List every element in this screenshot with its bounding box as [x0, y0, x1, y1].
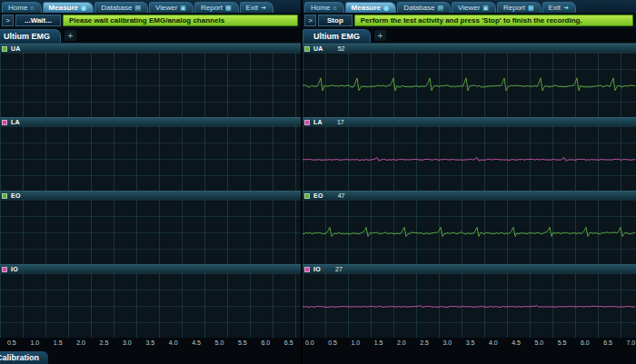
- time-axis: 0.00.51.01.52.02.53.03.54.04.55.05.56.06…: [303, 338, 636, 349]
- time-tick-label: 0.5: [328, 339, 337, 346]
- time-tick-label: 3.5: [145, 339, 154, 346]
- channel-grid[interactable]: [303, 126, 636, 191]
- nav-tab-measure[interactable]: Measure ◉: [345, 2, 397, 13]
- nav-tab-label: Database: [101, 4, 132, 12]
- time-tick-label: 3.5: [466, 339, 475, 346]
- measure-icon: ◉: [81, 5, 86, 12]
- nav-tab-label: Exit: [549, 4, 561, 12]
- channel-color-swatch: [304, 120, 310, 125]
- exit-icon: ➔: [563, 5, 569, 12]
- channel-grid[interactable]: [303, 53, 636, 117]
- tab-ultium-emg[interactable]: Ultium EMG: [0, 29, 61, 43]
- nav-tab-label: Home: [311, 4, 330, 12]
- add-tab-button[interactable]: +: [374, 30, 386, 41]
- emg-trace: [303, 126, 636, 191]
- panel-recording: Home ⌂ Measure ◉ Database ▤ Viewer ▣ Rep…: [303, 0, 636, 364]
- channel-header[interactable]: LA 17: [303, 117, 636, 126]
- nav-tab-viewer[interactable]: Viewer ▣: [149, 2, 194, 13]
- add-tab-button[interactable]: +: [65, 30, 76, 41]
- channel-row-ua: UA: [0, 44, 301, 117]
- channel-name: LA: [313, 119, 323, 125]
- time-axis: 0.51.01.52.02.53.03.54.04.55.05.56.06.5: [0, 338, 301, 349]
- channel-grid[interactable]: [303, 200, 636, 264]
- channel-color-swatch: [304, 46, 310, 52]
- channel-header[interactable]: LA: [0, 117, 301, 126]
- viewer-icon: ▣: [482, 5, 489, 12]
- time-tick-label: 4.5: [512, 339, 521, 346]
- nav-tab-report[interactable]: Report ▦: [194, 2, 239, 13]
- channel-header[interactable]: EO 47: [303, 191, 636, 200]
- channel-header[interactable]: UA: [0, 44, 301, 53]
- time-tick-label: 1.5: [374, 339, 383, 346]
- report-icon: ▦: [225, 5, 232, 12]
- status-message: Please wait calibrating EMG/analog chann…: [63, 15, 298, 26]
- nav-tab-label: Viewer: [458, 4, 480, 12]
- chevron-button[interactable]: >: [304, 15, 316, 26]
- channel-name: EO: [11, 192, 21, 199]
- nav-tab-home[interactable]: Home ⌂: [2, 2, 42, 13]
- time-tick-label: 1.0: [352, 339, 361, 346]
- channel-color-swatch: [2, 267, 7, 272]
- time-tick-label: 2.5: [100, 339, 109, 346]
- database-icon: ▤: [134, 5, 141, 12]
- nav-tab-label: Viewer: [155, 4, 177, 12]
- channel-grid[interactable]: [0, 273, 301, 338]
- channel-color-swatch: [304, 193, 310, 199]
- nav-tab-exit[interactable]: Exit ➔: [240, 2, 273, 13]
- nav-tab-label: Report: [503, 4, 525, 12]
- nav-tab-label: Measure: [49, 4, 78, 12]
- nav-tab-home[interactable]: Home ⌂: [304, 2, 344, 13]
- toolbar: > ...Wait... Please wait calibrating EMG…: [0, 13, 301, 28]
- nav-tab-database[interactable]: Database ▤: [397, 2, 451, 13]
- nav-tab-exit[interactable]: Exit ➔: [542, 2, 576, 13]
- channel-row-ua: UA 52: [303, 44, 636, 117]
- panel-calibration: Home ⌂ Measure ◉ Database ▤ Viewer ▣ Rep…: [0, 0, 303, 364]
- nav-tab-report[interactable]: Report ▦: [497, 2, 542, 13]
- time-tick-label: 1.0: [30, 339, 39, 346]
- channel-grid[interactable]: [303, 273, 636, 338]
- time-tick-label: 2.0: [397, 339, 406, 346]
- channel-row-eo: EO: [0, 191, 301, 264]
- channel-color-swatch: [304, 267, 310, 272]
- channel-grid[interactable]: [0, 53, 301, 117]
- wait-button[interactable]: ...Wait...: [15, 15, 61, 26]
- emg-trace: [303, 273, 636, 338]
- time-tick-label: 1.5: [54, 339, 63, 346]
- channel-color-swatch: [2, 193, 7, 199]
- time-tick-label: 4.0: [169, 339, 178, 346]
- time-tick-label: 4.5: [192, 339, 201, 346]
- channel-row-la: LA 17: [303, 117, 636, 191]
- app-window: Home ⌂ Measure ◉ Database ▤ Viewer ▣ Rep…: [0, 0, 636, 364]
- channel-number: 47: [338, 192, 345, 199]
- chevron-button[interactable]: >: [2, 15, 14, 26]
- time-tick-label: 6.0: [261, 339, 270, 346]
- exit-icon: ➔: [261, 5, 266, 12]
- channel-header[interactable]: UA 52: [303, 44, 636, 53]
- nav-tab-label: Database: [403, 4, 434, 12]
- nav-tab-label: Report: [201, 4, 223, 12]
- channel-header[interactable]: IO: [0, 264, 301, 273]
- channel-header[interactable]: IO 27: [303, 264, 636, 273]
- channel-name: LA: [11, 119, 20, 125]
- channel-grid[interactable]: [0, 126, 301, 191]
- time-tick-label: 5.0: [535, 339, 544, 346]
- status-message: Perform the test activity and press 'Sto…: [354, 15, 633, 26]
- channel-name: IO: [313, 266, 321, 272]
- nav-tab-measure[interactable]: Measure ◉: [43, 2, 94, 13]
- tab-calibration[interactable]: Calibration: [0, 351, 48, 364]
- channel-name: UA: [313, 45, 323, 52]
- tab-ultium-emg[interactable]: Ultium EMG: [303, 29, 371, 43]
- home-icon: ⌂: [333, 5, 336, 11]
- nav-tab-database[interactable]: Database ▤: [94, 2, 148, 13]
- stop-button[interactable]: Stop: [318, 15, 353, 26]
- channel-color-swatch: [2, 46, 7, 52]
- time-tick-label: 7.0: [627, 339, 636, 346]
- channel-header[interactable]: EO: [0, 191, 301, 200]
- viewer-icon: ▣: [180, 5, 186, 12]
- database-icon: ▤: [437, 5, 443, 12]
- nav-tab-viewer[interactable]: Viewer ▣: [452, 2, 496, 13]
- bottom-bar: [303, 349, 636, 364]
- channel-row-io: IO 27: [303, 264, 636, 338]
- nav-tab-label: Exit: [246, 4, 258, 12]
- channel-grid[interactable]: [0, 200, 301, 264]
